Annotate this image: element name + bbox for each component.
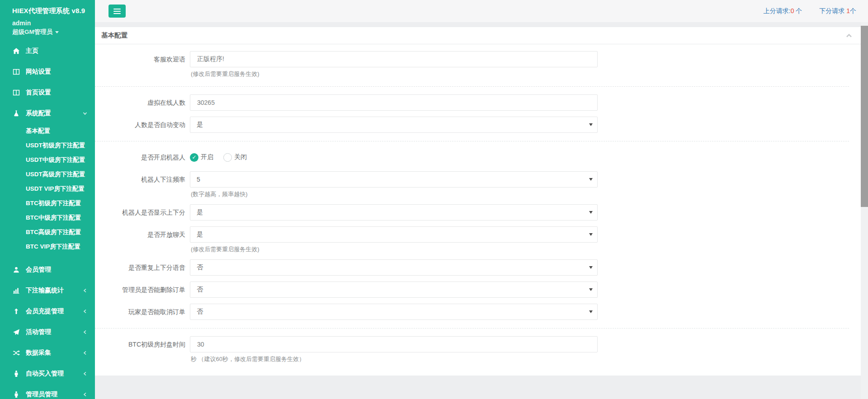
- sidebar-item-admins[interactable]: 管理员管理: [0, 384, 95, 399]
- field-hint: (数字越高，频率越快): [191, 190, 598, 198]
- chevron-left-icon: [82, 309, 88, 314]
- sidebar-toggle-button[interactable]: [108, 5, 126, 18]
- select-caret-icon: [589, 211, 593, 214]
- sidebar-item-members[interactable]: 会员管理: [0, 259, 95, 280]
- select-caret-icon: [589, 123, 593, 126]
- form-row: 是否重复上下分语音 否: [95, 259, 861, 276]
- scrollbar-thumb[interactable]: [861, 26, 868, 207]
- panel-title: 基本配置: [101, 31, 127, 40]
- request-count-badge: 1: [846, 7, 850, 14]
- add-score-requests-link[interactable]: 上分请求:0 个: [764, 7, 802, 15]
- sidebar-item-auto-buy[interactable]: 自动买入管理: [0, 363, 95, 384]
- subitem-usdt-mid[interactable]: USDT中级房下注配置: [0, 153, 95, 167]
- welcome-message-input[interactable]: [190, 51, 598, 67]
- app-root: HIEX代理管理系统 v8.9 admin 超级GM管理员 主页 网站设置: [0, 0, 868, 399]
- sidebar-item-homepage-settings[interactable]: 首页设置: [0, 82, 95, 103]
- select-value: 否: [197, 263, 203, 272]
- sidebar: HIEX代理管理系统 v8.9 admin 超级GM管理员 主页 网站设置: [0, 0, 95, 399]
- panel-header: 基本配置: [95, 27, 861, 44]
- sidebar-header: HIEX代理管理系统 v8.9 admin 超级GM管理员: [0, 0, 95, 40]
- robot-enable-radio-group: ✓ 开启 关闭: [190, 149, 598, 165]
- field-label: 机器人下注频率: [95, 171, 190, 198]
- sidebar-item-label: 管理员管理: [26, 390, 57, 399]
- form-row: 管理员是否能删除订单 否: [95, 282, 861, 298]
- field-hint: 秒 （建议60秒，修改后需要重启服务生效）: [191, 355, 598, 363]
- select-caret-icon: [589, 233, 593, 236]
- select-value: 是: [197, 230, 203, 239]
- role-dropdown[interactable]: 超级GM管理员: [12, 28, 89, 36]
- deduct-score-requests-link[interactable]: 下分请求 1个: [819, 7, 856, 15]
- sidebar-item-label: 网站设置: [26, 68, 51, 76]
- field-label: 人数是否自动变动: [95, 117, 190, 133]
- sidebar-submenu: 基本配置 USDT初级房下注配置 USDT中级房下注配置 USDT高级房下注配置…: [0, 124, 95, 259]
- select-value: 否: [197, 308, 203, 316]
- sidebar-item-bet-stats[interactable]: 下注输赢统计: [0, 280, 95, 301]
- top-navbar: 上分请求:0 个 下分请求 1个: [95, 0, 868, 22]
- request-unit: 个: [850, 7, 856, 14]
- radio-label: 开启: [201, 153, 213, 161]
- sidebar-item-system-config[interactable]: 系统配置: [0, 103, 95, 124]
- form-row: 玩家是否能取消订单 否: [95, 304, 861, 320]
- sidebar-item-label: 数据采集: [26, 349, 51, 357]
- caret-down-icon: [55, 31, 59, 33]
- chevron-left-icon: [82, 329, 88, 335]
- field-label: 虚拟在线人数: [95, 94, 190, 111]
- player-cancel-order-select[interactable]: 否: [190, 304, 598, 320]
- flask-icon: [12, 110, 20, 117]
- basic-config-panel: 基本配置 客服欢迎语 (修改后需要重启服务生效): [95, 27, 861, 376]
- subitem-usdt-vip[interactable]: USDT VIP房下注配置: [0, 182, 95, 196]
- chevron-down-icon: [82, 111, 88, 116]
- request-unit: 个: [794, 7, 802, 14]
- subitem-usdt-junior[interactable]: USDT初级房下注配置: [0, 138, 95, 153]
- subitem-btc-vip[interactable]: BTC VIP房下注配置: [0, 239, 95, 254]
- person-icon: [12, 370, 20, 377]
- subitem-btc-senior[interactable]: BTC高级房下注配置: [0, 225, 95, 239]
- form-row: 机器人是否显示上下分 是: [95, 204, 861, 221]
- sidebar-username: admin: [12, 19, 89, 27]
- robot-show-score-select[interactable]: 是: [190, 204, 598, 221]
- arrow-up-icon: [12, 308, 20, 315]
- auto-change-count-select[interactable]: 是: [190, 117, 598, 133]
- repeat-voice-select[interactable]: 否: [190, 259, 598, 276]
- collapse-chevron-up-icon[interactable]: [845, 33, 853, 39]
- subitem-btc-mid[interactable]: BTC中级房下注配置: [0, 211, 95, 225]
- scrollbar-track: [861, 22, 868, 399]
- person-icon: [12, 391, 20, 398]
- dashed-divider: [95, 141, 849, 141]
- sidebar-item-data-collection[interactable]: 数据采集: [0, 343, 95, 363]
- chevron-left-icon: [82, 288, 88, 293]
- request-label: 上分请求:: [764, 7, 791, 14]
- dashed-divider: [95, 86, 849, 87]
- select-caret-icon: [589, 288, 593, 291]
- admin-delete-order-select[interactable]: 否: [190, 282, 598, 298]
- chat-enable-select[interactable]: 是: [190, 226, 598, 243]
- chevron-left-icon: [82, 350, 88, 356]
- form-row: 是否开放聊天 是 (修改后需要重启服务生效): [95, 226, 861, 253]
- user-icon: [12, 266, 20, 273]
- subitem-basic-config[interactable]: 基本配置: [0, 124, 95, 138]
- sidebar-item-home[interactable]: 主页: [0, 41, 95, 61]
- form-row: BTC初级房封盘时间 秒 （建议60秒，修改后需要重启服务生效）: [95, 336, 861, 363]
- field-label: 是否开放聊天: [95, 226, 190, 253]
- radio-option-off[interactable]: 关闭: [223, 153, 247, 162]
- virtual-online-count-input[interactable]: [190, 94, 598, 111]
- btc-junior-seal-time-input[interactable]: [190, 336, 598, 352]
- radio-unchecked-icon: [223, 153, 232, 162]
- sidebar-item-activities[interactable]: 活动管理: [0, 322, 95, 343]
- robot-bet-frequency-select[interactable]: 5: [190, 171, 598, 188]
- radio-option-on[interactable]: ✓ 开启: [190, 153, 213, 162]
- sidebar-item-label: 自动买入管理: [26, 370, 64, 378]
- subitem-usdt-senior[interactable]: USDT高级房下注配置: [0, 167, 95, 182]
- dashed-divider: [95, 328, 849, 329]
- subitem-btc-junior[interactable]: BTC初级房下注配置: [0, 196, 95, 211]
- form-row: 人数是否自动变动 是: [95, 117, 861, 133]
- field-label: 是否开启机器人: [95, 149, 190, 165]
- sidebar-item-site-settings[interactable]: 网站设置: [0, 61, 95, 82]
- select-value: 是: [197, 121, 203, 129]
- sidebar-item-label: 下注输赢统计: [26, 286, 64, 295]
- sidebar-item-deposit-withdraw[interactable]: 会员充提管理: [0, 301, 95, 322]
- select-caret-icon: [589, 178, 593, 181]
- form-row: 客服欢迎语 (修改后需要重启服务生效): [95, 51, 861, 78]
- content-wrapper: 基本配置 客服欢迎语 (修改后需要重启服务生效): [95, 22, 868, 399]
- field-hint: (修改后需要重启服务生效): [191, 70, 598, 78]
